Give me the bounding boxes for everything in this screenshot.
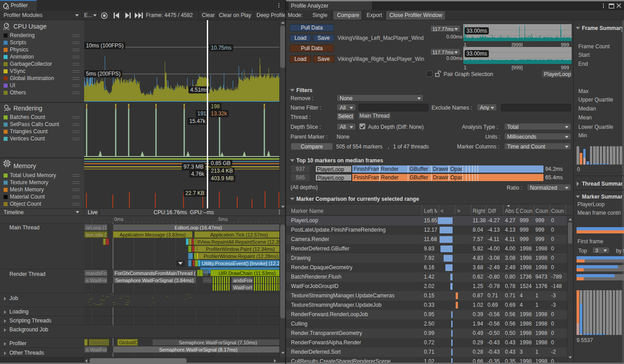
svg-text:CPU: CPU [3, 27, 9, 30]
